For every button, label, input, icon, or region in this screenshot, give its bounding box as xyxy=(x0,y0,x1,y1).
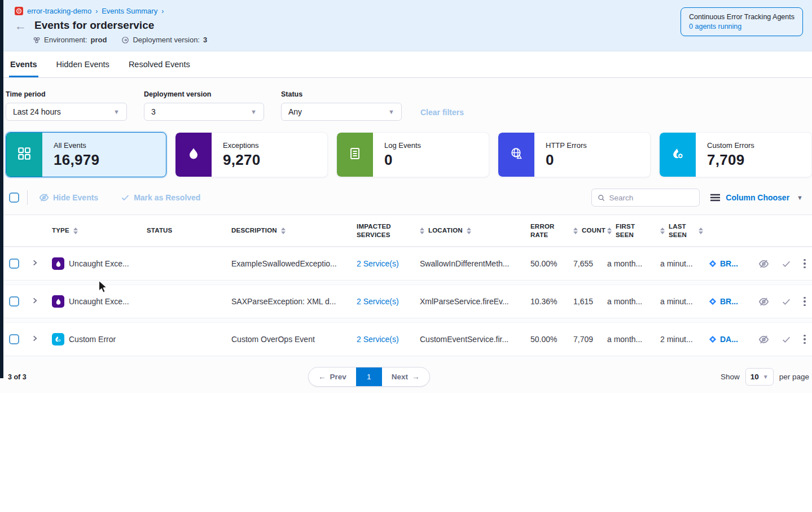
page-1-button[interactable]: 1 xyxy=(356,367,382,386)
flame-icon xyxy=(187,147,200,163)
next-label: Next xyxy=(392,373,408,381)
impacted-services-link[interactable]: 2 Service(s) xyxy=(357,297,399,306)
tab-hidden-events[interactable]: Hidden Events xyxy=(55,51,111,77)
event-location: SwallowInDifferentMeth... xyxy=(420,259,530,268)
hide-event-icon[interactable] xyxy=(758,259,769,269)
collapsed-sidebar-edge xyxy=(0,0,3,378)
col-last-seen: LAST SEEN xyxy=(669,222,695,239)
stat-card-value: 0 xyxy=(384,151,421,169)
tab-events[interactable]: Events xyxy=(9,51,38,77)
table-footer: 3 of 3 ← Prev 1 Next → Show 10 ▼ per pag… xyxy=(0,361,812,393)
impacted-services-link[interactable]: 2 Service(s) xyxy=(357,335,399,344)
event-description: SAXParseException: XML d... xyxy=(231,297,357,306)
expand-chevron-icon[interactable] xyxy=(30,296,39,305)
sort-icon[interactable] xyxy=(467,227,471,234)
tab-resolved-events[interactable]: Resolved Events xyxy=(128,51,191,77)
deployment-value: 3 xyxy=(203,36,207,44)
event-type: Uncaught Exce... xyxy=(69,297,129,306)
agents-running-link[interactable]: 0 agents running xyxy=(689,23,795,30)
status-select[interactable]: Any ▼ xyxy=(281,103,402,121)
environment-meta: Environment: prod xyxy=(33,36,107,44)
ticket-link[interactable]: BR... xyxy=(720,259,738,268)
stat-card-exceptions[interactable]: Exceptions 9,270 xyxy=(175,132,328,177)
event-row-1[interactable]: Uncaught Exce... ExampleSwallowedExcepti… xyxy=(0,247,812,281)
sort-icon[interactable] xyxy=(73,227,78,234)
stat-card-all-events[interactable]: All Events 16,979 xyxy=(6,132,166,177)
back-button[interactable]: ← xyxy=(15,20,27,32)
stat-card-label: Log Events xyxy=(384,141,421,150)
resolve-event-icon[interactable] xyxy=(782,259,791,269)
row-checkbox[interactable] xyxy=(9,296,19,307)
expand-chevron-icon[interactable] xyxy=(30,259,39,267)
stat-card-http-errors[interactable]: HTTP Errors 0 xyxy=(498,132,651,177)
exception-type-icon xyxy=(52,295,64,308)
document-icon xyxy=(348,147,362,163)
event-error-rate: 10.36% xyxy=(530,297,573,306)
stat-card-value: 0 xyxy=(546,151,587,169)
sort-icon[interactable] xyxy=(573,227,578,234)
sort-icon[interactable] xyxy=(699,227,703,234)
page-size-select[interactable]: 10 ▼ xyxy=(745,368,774,386)
event-row-3[interactable]: Custom Error Custom OverOps Event 2 Serv… xyxy=(0,322,812,356)
page-title: Events for orderservice xyxy=(34,19,154,32)
col-impacted-services: IMPACTED SERVICES xyxy=(357,222,414,239)
sort-icon[interactable] xyxy=(660,227,665,234)
ticket-link[interactable]: BR... xyxy=(720,297,738,306)
clear-filters-button[interactable]: Clear filters xyxy=(420,108,464,117)
row-count: 3 of 3 xyxy=(8,373,27,381)
event-last-seen: a minut... xyxy=(660,297,709,306)
stat-card-value: 7,709 xyxy=(707,151,754,169)
hide-event-icon[interactable] xyxy=(758,334,769,345)
deployment-label: Deployment version: xyxy=(133,36,200,44)
stat-card-value: 16,979 xyxy=(54,151,99,169)
impacted-services-link[interactable]: 2 Service(s) xyxy=(357,259,399,268)
deployment-version-value: 3 xyxy=(151,107,156,116)
row-menu-icon[interactable] xyxy=(804,335,806,344)
jira-ticket-icon xyxy=(709,260,717,268)
hide-events-button[interactable]: Hide Events xyxy=(39,192,98,203)
deployment-version-select[interactable]: 3 ▼ xyxy=(144,103,264,121)
hide-event-icon[interactable] xyxy=(758,296,769,307)
column-chooser-button[interactable]: Column Chooser ▼ xyxy=(710,193,803,202)
divider xyxy=(27,190,28,205)
time-period-label: Time period xyxy=(6,90,127,98)
stat-card-custom-errors[interactable]: Custom Errors 7,709 xyxy=(659,132,812,177)
resolve-event-icon[interactable] xyxy=(782,335,791,344)
event-description: Custom OverOps Event xyxy=(231,335,357,344)
row-menu-icon[interactable] xyxy=(804,259,806,269)
event-count: 7,655 xyxy=(573,259,607,268)
next-page-button[interactable]: Next → xyxy=(382,367,429,386)
custom-error-type-icon xyxy=(52,333,64,345)
stat-card-log-events[interactable]: Log Events 0 xyxy=(336,132,489,177)
col-first-seen: FIRST SEEN xyxy=(616,222,655,239)
row-menu-icon[interactable] xyxy=(804,297,806,307)
breadcrumb-section[interactable]: Events Summary xyxy=(102,7,157,15)
prev-page-button[interactable]: ← Prev xyxy=(309,367,356,386)
ticket-link[interactable]: DA... xyxy=(720,335,738,344)
chevron-down-icon: ▼ xyxy=(113,108,120,115)
search-input[interactable] xyxy=(609,194,694,202)
flame-gear-icon xyxy=(671,147,685,163)
row-checkbox[interactable] xyxy=(9,334,19,344)
event-row-2[interactable]: Uncaught Exce... SAXParseException: XML … xyxy=(0,285,812,318)
deployment-meta: Deployment version: 3 xyxy=(121,36,207,44)
event-type: Uncaught Exce... xyxy=(69,259,129,268)
events-table: TYPE STATUS DESCRIPTION IMPACTED SERVICE… xyxy=(0,215,812,361)
sort-icon[interactable] xyxy=(420,227,424,234)
sort-icon[interactable] xyxy=(281,227,286,234)
select-all-checkbox[interactable] xyxy=(9,192,19,203)
mark-resolved-button[interactable]: Mark as Resolved xyxy=(121,193,200,202)
hide-events-label: Hide Events xyxy=(53,193,98,202)
stat-card-label: HTTP Errors xyxy=(546,141,587,150)
expand-chevron-icon[interactable] xyxy=(30,334,39,343)
breadcrumb-project[interactable]: error-tracking-demo xyxy=(27,7,91,15)
sort-icon[interactable] xyxy=(607,227,612,234)
time-period-value: Last 24 hours xyxy=(13,107,61,116)
agents-status-card[interactable]: Continuous Error Tracking Agents 0 agent… xyxy=(681,7,803,36)
resolve-event-icon[interactable] xyxy=(782,297,791,307)
mark-resolved-label: Mark as Resolved xyxy=(134,193,200,202)
time-period-select[interactable]: Last 24 hours ▼ xyxy=(6,103,127,121)
environment-icon xyxy=(33,36,41,44)
row-checkbox[interactable] xyxy=(9,259,19,269)
col-location: LOCATION xyxy=(428,226,463,234)
